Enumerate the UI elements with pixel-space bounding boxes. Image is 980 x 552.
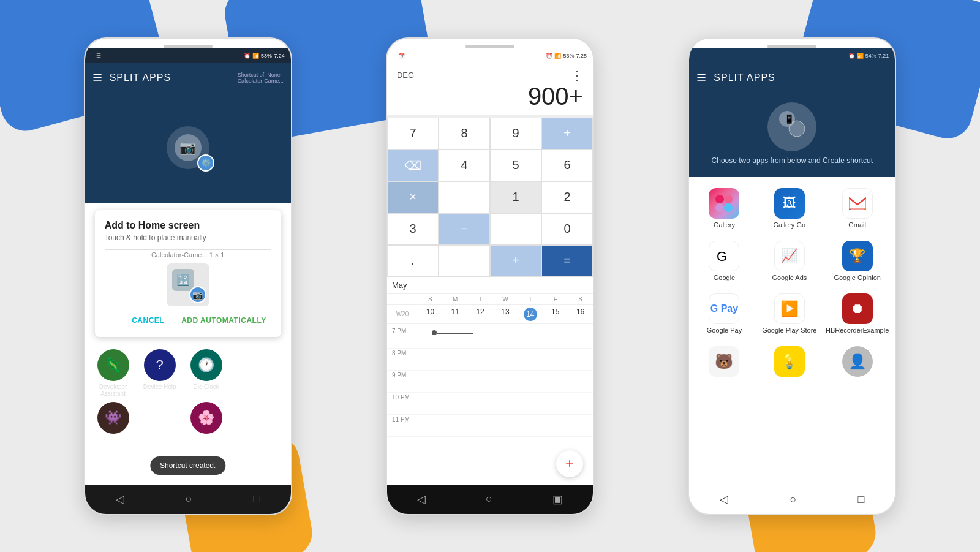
phone2-btn-backspace[interactable]: ⌫ [387, 149, 439, 181]
phone2-btn-plus2[interactable]: + [490, 245, 541, 277]
phone1-app-icon-misc1: 👾 [97, 402, 129, 434]
scene: ☰ ⏰ 📶 53% 7:24 ☰ SPLIT APPS Shortcut of:… [0, 0, 980, 552]
list-item[interactable]: ? Device Help [139, 349, 181, 397]
phone3-split-icon: 📱 [778, 110, 805, 143]
list-item[interactable]: 🦎 Developer Assistant [92, 349, 134, 397]
phone2-recents-button[interactable]: ▣ [552, 493, 563, 506]
list-item[interactable]: 📈 Google Ads [760, 237, 820, 285]
list-item[interactable]: 🖼 Gallery Go [760, 184, 820, 232]
list-item[interactable]: 🕐 DigiClock [186, 349, 227, 397]
list-item[interactable]: 💡 [760, 342, 820, 380]
phone3-icon-hbrecorder: ⏺ [842, 293, 873, 324]
phone2-calendar: May S M T W T F S W20 10 11 12 13 14 [387, 277, 593, 439]
phone2-cal-date-15[interactable]: 15 [543, 305, 568, 323]
phone2-cal-date-16[interactable]: 16 [568, 305, 593, 323]
phone3-home-button[interactable]: ○ [790, 493, 796, 506]
phone2-btn-multiply[interactable]: × [387, 181, 439, 213]
phone2-cal-day-s2: S [568, 294, 593, 304]
list-item[interactable]: 🐻 [694, 342, 754, 380]
phone2-home-button[interactable]: ○ [486, 493, 492, 505]
phone2-time-11pm: 11 PM [392, 416, 420, 423]
list-item[interactable]: Gallery [694, 184, 754, 232]
phone2-back-button[interactable]: ◁ [417, 493, 426, 506]
phone2-cal-day-f: F [543, 294, 568, 304]
list-item[interactable] [139, 402, 181, 434]
phone1-time: 7:24 [274, 53, 285, 59]
phone2-alarm-icon: ⏰ [546, 53, 552, 59]
svg-point-3 [715, 195, 724, 203]
phone3-split-svg: 📱 [778, 110, 805, 137]
phone2-btn-5[interactable]: 5 [490, 149, 541, 181]
phone2-btn-0[interactable]: 0 [541, 213, 593, 245]
phone2-cal-date-13[interactable]: 13 [493, 305, 518, 323]
phone2-status-icons: ⏰ 📶 53% 7:25 [546, 53, 587, 59]
phone2-timeslot-7pm: 7 PM [387, 327, 593, 349]
phone2-fab[interactable]: + [556, 450, 583, 477]
phone2-btn-7[interactable]: 7 [387, 118, 439, 149]
list-item[interactable]: Gmail [824, 184, 890, 232]
phone2-cal-date-14-today[interactable]: 14 [518, 305, 543, 323]
phone2-btn-4[interactable]: 4 [439, 149, 490, 181]
phone2-btn-8[interactable]: 8 [439, 118, 490, 149]
phone3-label-google: Google [714, 274, 735, 281]
phone3-label-gmail: Gmail [848, 221, 866, 229]
phone1-app-label-digiclock: DigiClock [194, 384, 219, 390]
phone2-btn-9[interactable]: 9 [490, 118, 541, 149]
phone2-btn-empty1 [439, 181, 490, 213]
phone3-back-button[interactable]: ◁ [720, 493, 728, 506]
phone3-recents-button[interactable]: □ [858, 493, 864, 506]
phone1-cancel-button[interactable]: CANCEL [127, 314, 169, 327]
phone3-label-google-opinion: Google Opinion [834, 274, 880, 281]
phone2-cal-date-10[interactable]: 10 [418, 305, 443, 323]
phone3-label-play-store: Google Play Store [762, 327, 816, 334]
phone2-cal-date-11[interactable]: 11 [443, 305, 468, 323]
phone2-btn-equals[interactable]: = [541, 245, 593, 277]
phone2-cal-header: May [387, 277, 593, 294]
phone3-icon-google: G [709, 241, 739, 271]
list-item[interactable]: 🌸 [186, 402, 227, 434]
phone2-btn-plus[interactable]: + [541, 118, 593, 149]
phone1-dialog-buttons: CANCEL ADD AUTOMATICALLY [105, 314, 271, 327]
phone2-time-7pm: 7 PM [392, 328, 420, 335]
phone1-menu-icon[interactable]: ☰ [92, 71, 102, 85]
phone3-label-gallery: Gallery [714, 221, 735, 229]
list-item[interactable]: G Pay Google Pay [694, 290, 754, 338]
phone2-btn-2[interactable]: 2 [541, 181, 593, 213]
phone3-label-google-pay: Google Pay [707, 327, 742, 334]
phone3-icon-gallery-go: 🖼 [774, 188, 805, 219]
phone2-calc-menu-icon[interactable]: ⋮ [571, 68, 583, 83]
phone3-menu-icon[interactable]: ☰ [696, 71, 706, 85]
phone1-recents-button[interactable]: □ [254, 493, 260, 505]
phone3-app-bar: ☰ SPLIT APPS [689, 63, 895, 93]
list-item[interactable]: 👤 [824, 342, 890, 380]
phone3-icon-play-store: ▶️ [774, 293, 805, 324]
list-item[interactable]: G Google [694, 237, 754, 285]
list-item[interactable]: 🏆 Google Opinion [824, 237, 890, 285]
phone2-cal-week-col [387, 294, 418, 304]
phone2-cal-date-12[interactable]: 12 [468, 305, 493, 323]
phone2-btn-minus[interactable]: − [439, 213, 490, 245]
phone3-icon-bear: 🐻 [709, 346, 739, 377]
phone1-bottom-apps: 🦎 Developer Assistant ? Device Help 🕐 Di… [85, 344, 291, 402]
phone1-home-button[interactable]: ○ [186, 493, 192, 505]
phone2-status-bar: 📅 ⏰ 📶 53% 7:25 [387, 48, 593, 63]
phone3-bottom-nav: ◁ ○ □ [689, 485, 895, 514]
phone2-btn-empty2 [490, 213, 541, 245]
phone3-icon-google-pay: G Pay [709, 293, 739, 324]
phone3-label-hbrecorder: HBRecorderExample [826, 327, 889, 334]
phone1-add-button[interactable]: ADD AUTOMATICALLY [176, 314, 271, 327]
list-item[interactable]: 👾 [92, 402, 134, 434]
phone3-battery: 54% [865, 53, 876, 59]
list-item[interactable]: ▶️ Google Play Store [760, 290, 820, 338]
list-item[interactable]: ⏺ HBRecorderExample [824, 290, 890, 338]
phone1-back-button[interactable]: ◁ [116, 493, 124, 506]
phone3-icon-google-ads: 📈 [774, 241, 805, 271]
phone2-btn-3[interactable]: 3 [387, 213, 439, 245]
phone2-status-left: 📅 [393, 53, 405, 59]
phone2-btn-dot[interactable]: . [387, 245, 439, 277]
phone3-label-google-ads: Google Ads [772, 274, 807, 281]
phone2-calc-grid: 7 8 9 + ⌫ 4 5 6 × 1 2 3 − 0 . + = [387, 118, 593, 277]
phone2-timeslot-8pm: 8 PM [387, 349, 593, 371]
phone2-btn-6[interactable]: 6 [541, 149, 593, 181]
phone2-btn-1[interactable]: 1 [490, 181, 541, 213]
